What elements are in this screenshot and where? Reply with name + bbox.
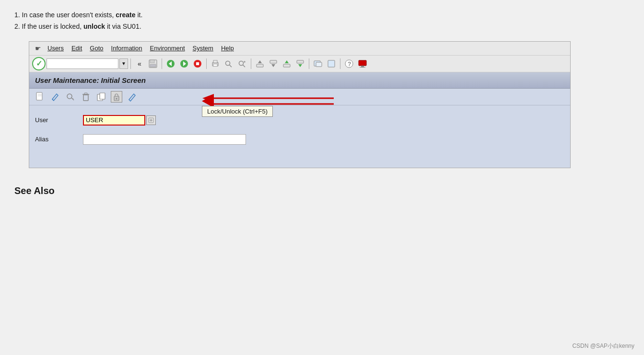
svg-rect-20 xyxy=(270,60,277,63)
inner-toolbar: Lock/Unlock (Ctrl+F5) xyxy=(29,89,570,105)
svg-rect-41 xyxy=(83,95,88,101)
menu-item-environment[interactable]: Environment xyxy=(147,44,188,53)
menu-item-users[interactable]: Users xyxy=(45,44,67,53)
svg-rect-31 xyxy=(359,60,366,66)
menu-item-help[interactable]: Help xyxy=(218,44,237,53)
svg-rect-24 xyxy=(297,60,304,63)
section-title: User Maintenance: Initial Screen xyxy=(35,76,146,84)
svg-rect-43 xyxy=(84,93,87,94)
new-doc-button[interactable] xyxy=(34,91,46,103)
instruction-line-2: 2. If the user is locked, unlock it via … xyxy=(14,21,630,33)
local-upload-button[interactable] xyxy=(281,57,293,70)
svg-rect-2 xyxy=(150,64,156,67)
section-header: User Maintenance: Initial Screen xyxy=(29,72,570,89)
main-content: User Maintenance: Initial Screen xyxy=(29,72,570,168)
svg-rect-45 xyxy=(100,93,105,99)
svg-rect-28 xyxy=(328,60,335,67)
svg-rect-33 xyxy=(360,67,365,68)
toolbar: ✓ ▼ « xyxy=(29,56,570,72)
alias-label: Alias xyxy=(35,136,83,143)
svg-text:?: ? xyxy=(348,61,351,68)
stop-button[interactable] xyxy=(191,57,204,70)
tooltip-box: Lock/Unlock (Ctrl+F5) xyxy=(202,106,273,117)
toolbar-separator-3 xyxy=(206,58,207,69)
user-label: User xyxy=(35,116,83,124)
menu-item-edit[interactable]: Edit xyxy=(69,44,85,53)
download-button[interactable] xyxy=(267,57,280,70)
sap-window: ☛ Users Edit Goto Information Environmen… xyxy=(29,41,571,168)
monitor-button[interactable] xyxy=(356,57,369,70)
edit2-button[interactable] xyxy=(126,91,138,103)
menu-bar: ☛ Users Edit Goto Information Environmen… xyxy=(29,42,570,56)
command-dropdown[interactable]: ▼ xyxy=(119,58,128,69)
menu-item-goto[interactable]: Goto xyxy=(87,44,106,53)
back-green-button[interactable] xyxy=(164,57,177,70)
upload-button[interactable] xyxy=(254,57,266,70)
svg-marker-25 xyxy=(298,64,302,67)
local-download-button[interactable] xyxy=(294,57,306,70)
menu-item-system[interactable]: System xyxy=(190,44,216,53)
svg-point-47 xyxy=(116,98,117,99)
instruction-line-1: 1. In case the user doesn't exists, crea… xyxy=(14,10,630,21)
find-next-button[interactable] xyxy=(236,57,248,70)
edit-button[interactable] xyxy=(49,91,61,103)
toolbar-separator-1 xyxy=(130,58,131,69)
user-browse-button[interactable] xyxy=(146,115,156,125)
toolbar-separator-2 xyxy=(162,58,162,69)
svg-rect-27 xyxy=(316,62,322,67)
session-button[interactable] xyxy=(325,57,338,70)
svg-rect-1 xyxy=(150,60,154,63)
delete-button[interactable] xyxy=(80,91,92,103)
svg-rect-18 xyxy=(257,64,263,67)
svg-marker-23 xyxy=(285,60,289,63)
tooltip-shortcut: (Ctrl+F5) xyxy=(243,108,268,115)
command-input[interactable] xyxy=(47,58,118,69)
keys-button[interactable] xyxy=(65,91,76,103)
svg-marker-19 xyxy=(258,60,262,63)
save-button[interactable] xyxy=(147,57,159,70)
copy-button[interactable] xyxy=(95,91,107,103)
print-button[interactable] xyxy=(209,57,222,70)
svg-line-37 xyxy=(52,99,54,101)
svg-marker-21 xyxy=(271,64,275,67)
svg-point-12 xyxy=(226,61,230,65)
user-form-row: User xyxy=(35,115,564,126)
svg-rect-10 xyxy=(213,60,217,63)
lock-unlock-button[interactable] xyxy=(111,91,122,103)
check-button[interactable]: ✓ xyxy=(32,57,46,70)
help-button[interactable]: ? xyxy=(343,57,355,70)
new-window-button[interactable] xyxy=(312,57,324,70)
toolbar-separator-4 xyxy=(251,58,251,69)
alias-input[interactable] xyxy=(83,134,246,145)
instructions-block: 1. In case the user doesn't exists, crea… xyxy=(14,10,630,33)
toolbar-separator-5 xyxy=(309,58,309,69)
double-left-button[interactable]: « xyxy=(133,57,146,70)
tooltip-label: Lock/Unlock xyxy=(207,108,241,115)
find-button[interactable] xyxy=(222,57,235,70)
user-input[interactable] xyxy=(83,115,145,126)
see-also-title: See Also xyxy=(14,185,55,196)
toolbar-separator-6 xyxy=(340,58,340,69)
svg-rect-34 xyxy=(36,92,42,100)
form-area: User Alias xyxy=(29,105,570,168)
footer-credit: CSDN @SAP小白kenny xyxy=(572,342,634,350)
svg-point-14 xyxy=(239,61,244,65)
svg-rect-32 xyxy=(361,66,364,67)
menu-item-information[interactable]: Information xyxy=(108,44,145,53)
alias-form-row: Alias xyxy=(35,134,564,145)
svg-rect-8 xyxy=(196,62,199,65)
svg-line-13 xyxy=(230,65,232,67)
menu-icon: ☛ xyxy=(33,44,43,53)
check-icon: ✓ xyxy=(36,59,42,68)
forward-green-button[interactable] xyxy=(178,57,190,70)
svg-rect-22 xyxy=(283,64,290,67)
svg-rect-11 xyxy=(213,64,217,66)
see-also-section: See Also xyxy=(0,178,644,201)
svg-line-15 xyxy=(243,65,246,67)
